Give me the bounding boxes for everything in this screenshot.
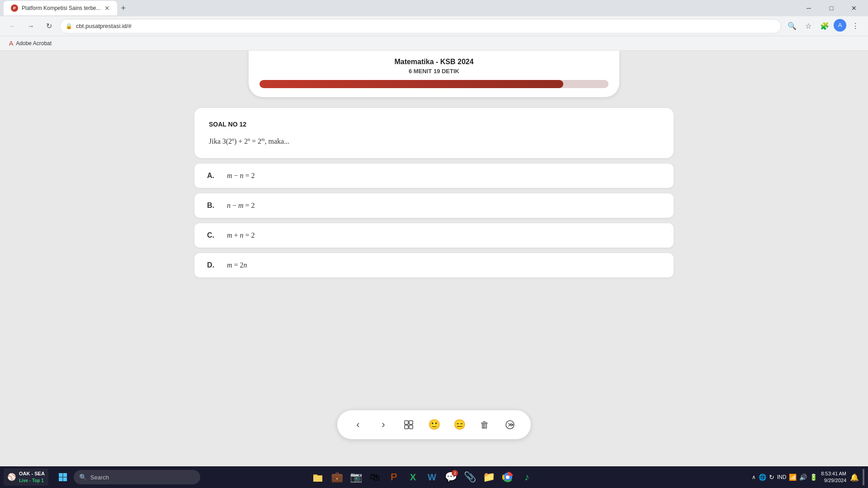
taskbar-files[interactable]: 📁 (480, 468, 498, 486)
option-d[interactable]: D. m = 2n (194, 253, 674, 277)
maximize-button[interactable]: □ (821, 1, 842, 15)
mlb-icon: ⚾ (7, 472, 16, 482)
tab-bar: P Platform Kompetisi Sains terbe... ✕ + (4, 1, 797, 15)
notification-icon[interactable]: 🔔 (850, 473, 859, 482)
back-button[interactable]: ← (5, 19, 20, 33)
extensions-icon[interactable]: 🧩 (817, 19, 832, 33)
question-text: Jika 3(2n) + 2n = 2m, maka... (209, 137, 659, 145)
taskbar-search[interactable]: 🔍 Search (74, 470, 200, 484)
close-button[interactable]: ✕ (844, 1, 864, 15)
chevron-up-icon[interactable]: ∧ (752, 474, 756, 480)
option-c[interactable]: C. m + n = 2 (194, 223, 674, 248)
taskbar-app9[interactable]: 📎 (461, 468, 479, 486)
menu-icon[interactable]: ⋮ (848, 19, 863, 33)
sound-icon[interactable]: 🔊 (799, 474, 807, 481)
show-desktop-icon[interactable] (863, 469, 864, 485)
exit-button[interactable] (500, 415, 520, 435)
store-icon: 🛍 (370, 471, 380, 483)
option-b-text: n − m = 2 (227, 202, 255, 210)
tab-close-button[interactable]: ✕ (104, 5, 110, 12)
option-d-text: m = 2n (227, 261, 247, 269)
camera-icon: 📷 (350, 471, 362, 483)
search-label: Search (90, 474, 109, 481)
taskbar-teams[interactable]: 💼 (328, 468, 346, 486)
system-tray: ∧ 🌐 ↻ IND 📶 🔊 🔋 8:53:41 AM 9/29/2024 🔔 (752, 469, 864, 485)
taskbar-excel[interactable]: X (404, 468, 422, 486)
url-display: cbt.pusatprestasi.id/# (76, 23, 775, 29)
tab-favicon: P (11, 5, 18, 12)
powerpoint-icon: P (391, 471, 397, 483)
bookmark-label: Adobe Acrobat (16, 40, 52, 47)
happy-button[interactable]: 🙂 (424, 415, 444, 435)
file-explorer-icon (312, 472, 324, 483)
mlb-teams: OAK - SEA (19, 470, 45, 477)
whatsapp-badge: 2 (452, 470, 458, 476)
option-a-text: m − n = 2 (227, 172, 255, 180)
taskbar-store[interactable]: 🛍 (366, 468, 384, 486)
option-c-label: C. (207, 231, 218, 239)
taskbar-powerpoint[interactable]: P (385, 468, 403, 486)
toolbar-icons: 🔍 ☆ 🧩 A ⋮ (785, 19, 863, 33)
next-button[interactable]: › (373, 415, 393, 435)
system-icons: ∧ 🌐 ↻ IND 📶 🔊 🔋 (752, 474, 818, 481)
exam-title: Matematika - KSB 2024 (259, 58, 609, 66)
progress-bar-container (259, 80, 609, 88)
new-tab-button[interactable]: + (117, 2, 130, 14)
option-a[interactable]: A. m − n = 2 (194, 164, 674, 188)
language-label: IND (777, 474, 787, 480)
neutral-button[interactable]: 😑 (449, 415, 469, 435)
rotate-icon[interactable]: ↻ (769, 474, 774, 481)
prev-button[interactable]: ‹ (348, 415, 368, 435)
profile-icon[interactable]: A (834, 19, 846, 32)
grid-button[interactable] (399, 415, 419, 435)
wifi-icon[interactable]: 📶 (789, 474, 797, 481)
start-button[interactable] (54, 468, 72, 486)
option-b-label: B. (207, 202, 218, 210)
grid-icon (404, 420, 414, 430)
taskbar-whatsapp[interactable]: 💬 2 (442, 468, 460, 486)
mlb-status: Live - Top 1 (19, 478, 45, 484)
option-d-label: D. (207, 261, 218, 269)
word-icon: W (428, 472, 436, 483)
delete-button[interactable]: 🗑 (475, 415, 495, 435)
svg-rect-3 (409, 425, 413, 429)
taskbar-camera[interactable]: 📷 (347, 468, 365, 486)
svg-rect-7 (59, 478, 63, 482)
browser-toolbar: ← → ↻ 🔒 cbt.pusatprestasi.id/# 🔍 ☆ 🧩 A ⋮ (0, 16, 868, 36)
taskbar-chrome[interactable] (499, 468, 517, 486)
bookmark-icon[interactable]: ☆ (801, 19, 816, 33)
forward-button[interactable]: → (24, 19, 38, 33)
zoom-icon[interactable]: 🔍 (785, 19, 799, 33)
taskbar-file-explorer[interactable] (309, 468, 327, 486)
page-content: Matematika - KSB 2024 6 MENIT 19 DETIK S… (0, 51, 868, 466)
security-icon: 🔒 (66, 23, 72, 29)
app9-icon: 📎 (464, 471, 476, 483)
browser-titlebar: P Platform Kompetisi Sains terbe... ✕ + … (0, 0, 868, 16)
browser-tab[interactable]: P Platform Kompetisi Sains terbe... ✕ (4, 1, 117, 15)
clock-widget[interactable]: 8:53:41 AM 9/29/2024 (821, 470, 846, 484)
svg-rect-8 (63, 478, 67, 482)
svg-rect-6 (63, 473, 67, 477)
svg-rect-2 (405, 425, 408, 429)
bottom-navigation: ‹ › 🙂 😑 🗑 (337, 410, 531, 439)
battery-icon[interactable]: 🔋 (810, 474, 817, 481)
network-icon[interactable]: 🌐 (759, 474, 766, 481)
option-b[interactable]: B. n − m = 2 (194, 193, 674, 218)
minimize-button[interactable]: ─ (798, 1, 819, 15)
time-display: 8:53:41 AM (821, 470, 846, 477)
option-c-text: m + n = 2 (227, 231, 255, 239)
windows-logo-icon (58, 473, 67, 482)
mlb-widget[interactable]: ⚾ OAK - SEA Live - Top 1 (4, 469, 48, 485)
taskbar-spotify[interactable]: ♪ (518, 468, 536, 486)
chrome-icon (502, 472, 513, 483)
search-icon: 🔍 (79, 474, 87, 481)
progress-bar-fill (259, 80, 563, 88)
bookmark-adobe[interactable]: A Adobe Acrobat (5, 38, 55, 49)
svg-point-10 (506, 475, 509, 479)
window-controls: ─ □ ✕ (798, 1, 864, 15)
tab-title: Platform Kompetisi Sains terbe... (22, 5, 101, 11)
taskbar-word[interactable]: W (423, 468, 441, 486)
adobe-icon: A (9, 40, 13, 47)
address-bar[interactable]: 🔒 cbt.pusatprestasi.id/# (60, 19, 781, 33)
reload-button[interactable]: ↻ (42, 19, 56, 33)
